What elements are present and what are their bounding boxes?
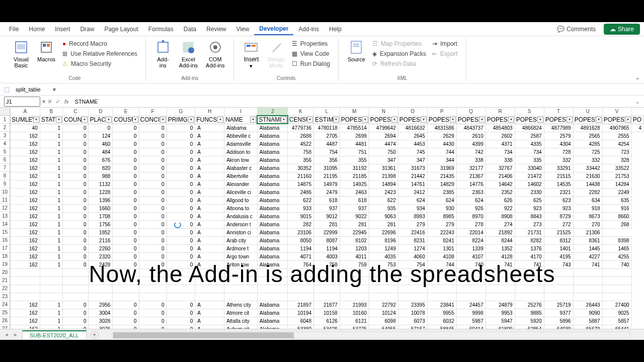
row-header[interactable]: 6 xyxy=(0,156,10,164)
cell[interactable]: 8231 xyxy=(398,236,427,244)
cell[interactable]: 8241 xyxy=(427,236,456,244)
cell[interactable]: 8196 xyxy=(369,236,398,244)
addins-button[interactable]: Add- ins xyxy=(152,38,174,69)
cell[interactable]: 0 xyxy=(139,180,167,188)
cell[interactable]: 4107 xyxy=(456,252,486,260)
cell[interactable]: 281 xyxy=(340,220,369,228)
menu-data[interactable]: Data xyxy=(179,24,201,35)
row-header[interactable]: 15 xyxy=(0,228,10,236)
cell[interactable]: Alabama xyxy=(257,252,288,260)
cell[interactable]: 0 xyxy=(167,325,195,329)
col-header-Q[interactable]: Q xyxy=(456,108,486,116)
cell[interactable]: 1376 xyxy=(515,244,544,252)
cell[interactable]: 0 xyxy=(62,212,88,220)
row-header[interactable]: 5 xyxy=(0,148,10,156)
cell[interactable]: 8282 xyxy=(515,236,544,244)
cell[interactable]: 8050 xyxy=(288,236,314,244)
cell[interactable]: 9377 xyxy=(544,309,573,317)
expand-formula-bar[interactable]: ⌄ xyxy=(635,98,640,105)
cell[interactable]: 10158 xyxy=(314,309,340,317)
menu-draw[interactable]: Draw xyxy=(75,24,99,35)
col-header-E[interactable]: E xyxy=(113,108,139,116)
cell[interactable]: 54955 xyxy=(369,325,398,329)
cell[interactable]: 31361 xyxy=(369,164,398,172)
cell[interactable]: 162 xyxy=(11,140,40,148)
cell[interactable]: 4035 xyxy=(369,252,398,260)
cell[interactable]: 0 xyxy=(62,301,88,309)
cell[interactable]: 2249 xyxy=(602,188,631,196)
cell[interactable]: 4780118 xyxy=(314,124,340,132)
cell[interactable]: 1339 xyxy=(456,244,486,252)
cell[interactable] xyxy=(139,293,167,301)
cell[interactable]: 1249 xyxy=(369,244,398,252)
cell[interactable]: 4779736 xyxy=(288,124,314,132)
row-header[interactable]: 26 xyxy=(0,317,10,325)
cell[interactable]: A xyxy=(195,172,224,180)
cell[interactable]: 14602 xyxy=(515,180,544,188)
cell[interactable]: Argo town xyxy=(224,252,258,260)
cell[interactable]: 162 xyxy=(11,236,40,244)
cell[interactable]: 8673 xyxy=(573,212,602,220)
filter-dropdown-icon[interactable]: ▾ xyxy=(596,117,602,123)
cell[interactable]: 0 xyxy=(62,132,88,140)
cell[interactable]: 4003 xyxy=(314,252,340,260)
cell[interactable]: 0 xyxy=(167,212,195,220)
col-header-R[interactable]: R xyxy=(486,108,515,116)
cell[interactable]: 4170 xyxy=(515,252,544,260)
cell[interactable]: Anniston ci xyxy=(224,228,258,236)
cell[interactable]: 1 xyxy=(40,317,62,325)
col-header-K[interactable]: K xyxy=(288,108,314,116)
cell[interactable]: 10194 xyxy=(288,309,314,317)
cell[interactable]: Abbeville c xyxy=(224,132,258,140)
cell[interactable]: 338 xyxy=(456,156,486,164)
cell[interactable]: 4108 xyxy=(427,252,456,260)
cell[interactable]: 0 xyxy=(139,172,167,180)
cell[interactable]: A xyxy=(195,124,224,132)
cell[interactable]: 8908 xyxy=(486,212,515,220)
cell[interactable]: 9090 xyxy=(573,309,602,317)
cell[interactable]: 124 xyxy=(89,132,113,140)
cell[interactable]: 988 xyxy=(89,172,113,180)
cell[interactable]: 935 xyxy=(369,204,398,212)
cell[interactable]: 22945 xyxy=(340,228,369,236)
cell[interactable]: 6126 xyxy=(314,317,340,325)
cell[interactable]: 53380 xyxy=(288,325,314,329)
cell[interactable]: 0 xyxy=(139,317,167,325)
cell[interactable] xyxy=(40,293,62,301)
cell[interactable]: 933 xyxy=(288,204,314,212)
cell[interactable]: 21892 xyxy=(486,228,515,236)
cell[interactable]: 162 xyxy=(11,156,40,164)
cell[interactable]: 937 xyxy=(314,204,340,212)
cell[interactable]: Alabama xyxy=(257,188,288,196)
share-button[interactable]: ☁ Share xyxy=(604,24,640,35)
cell[interactable]: 2412 xyxy=(398,188,427,196)
filter-header[interactable]: POPEST▾ xyxy=(544,116,573,124)
cell[interactable]: 0 xyxy=(139,325,167,329)
cell[interactable]: 4071 xyxy=(288,252,314,260)
cell[interactable]: 4474 xyxy=(369,140,398,148)
cell[interactable]: 0 xyxy=(113,188,139,196)
cell[interactable]: 0 xyxy=(113,132,139,140)
record-macro-button[interactable]: ●Record Macro xyxy=(60,39,139,48)
cell[interactable]: 1 xyxy=(40,325,62,329)
row-header[interactable]: 8 xyxy=(0,172,10,180)
cell[interactable]: 2699 xyxy=(340,132,369,140)
cell[interactable]: 4831586 xyxy=(427,124,456,132)
cell[interactable]: 5920 xyxy=(515,317,544,325)
cell[interactable] xyxy=(11,293,40,301)
col-header-D[interactable]: D xyxy=(89,108,113,116)
cell[interactable]: 923 xyxy=(544,204,573,212)
filter-header[interactable]: POPEST▾ xyxy=(456,116,486,124)
cell[interactable]: 21406 xyxy=(486,172,515,180)
cell[interactable]: 2321 xyxy=(544,188,573,196)
cell[interactable]: 6032 xyxy=(427,317,456,325)
filter-dropdown-icon[interactable]: ▾ xyxy=(250,117,256,123)
cell[interactable]: 2330 xyxy=(515,188,544,196)
col-header-O[interactable]: O xyxy=(398,108,427,116)
cell[interactable]: 0 xyxy=(113,124,139,132)
col-header-F[interactable]: F xyxy=(139,108,167,116)
cell[interactable]: 745 xyxy=(398,148,427,156)
cell[interactable]: 14535 xyxy=(544,180,573,188)
cell[interactable]: Adamsville xyxy=(224,140,258,148)
cell[interactable]: 2705 xyxy=(314,132,340,140)
